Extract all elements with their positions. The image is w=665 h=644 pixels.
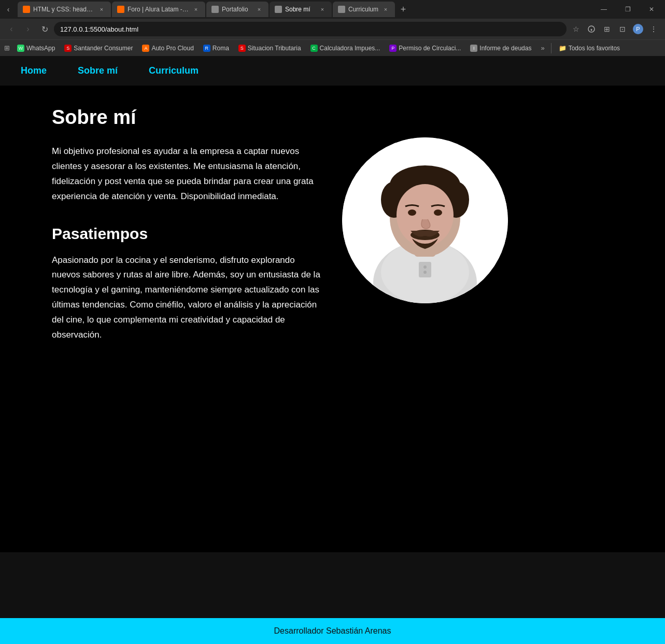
browser-chrome: ‹ HTML y CSS: header, foo... × Foro | Al… (0, 0, 665, 56)
tab-curriculum[interactable]: Curriculum × (333, 2, 395, 17)
refresh-button[interactable]: ↻ (37, 22, 52, 36)
tab-html-css[interactable]: HTML y CSS: header, foo... × (18, 2, 111, 17)
about-text: Mi objetivo profesional es ayudar a la e… (52, 144, 321, 204)
autopro-favicon: A (142, 45, 149, 52)
bookmark-situacion[interactable]: S Situacion Tributaria (234, 43, 305, 53)
tab-foro[interactable]: Foro | Alura Latam - Cur... × (112, 2, 205, 17)
content-left: Sobre mí Mi objetivo profesional es ayud… (52, 106, 321, 521)
bookmark-santander-label: Santander Consumer (74, 45, 133, 52)
bookmark-calculadora-label: Calculadora Impues... (320, 45, 380, 52)
address-bar: ‹ › ↻ ☆ ♦ ⊞ ⊡ P ⋮ (0, 19, 665, 39)
svg-text:♦: ♦ (590, 27, 592, 32)
tab-favicon-2 (117, 6, 124, 13)
tab-favicon-5 (338, 6, 345, 13)
new-tab-button[interactable]: + (396, 2, 411, 17)
tab-favicon-1 (23, 6, 30, 13)
folder-icon: 📁 (559, 45, 567, 52)
tab-close-3[interactable]: × (255, 5, 263, 13)
bookmarks-more-button[interactable]: » (537, 43, 547, 53)
tab-close-2[interactable]: × (192, 5, 200, 13)
close-button[interactable]: ✕ (640, 2, 663, 17)
tab-title-5: Curriculum (348, 6, 378, 13)
tab-close-1[interactable]: × (97, 5, 106, 13)
bookmark-informe[interactable]: I Informe de deudas (466, 43, 535, 53)
bookmark-whatsapp-label: WhatsApp (26, 45, 55, 52)
santander-favicon: S (64, 45, 72, 52)
situacion-favicon: S (238, 45, 246, 52)
tab-close-4[interactable]: × (318, 5, 327, 13)
tab-sobre-mi[interactable]: Sobre mí × (270, 2, 332, 17)
minimize-button[interactable]: — (592, 2, 615, 17)
bookmark-informe-label: Informe de deudas (479, 45, 531, 52)
nav-home-link[interactable]: Home (21, 65, 47, 76)
hobbies-title: Pasatiempos (52, 225, 321, 243)
bookmark-santander[interactable]: S Santander Consumer (60, 43, 137, 53)
nav-curriculum-link[interactable]: Curriculum (149, 65, 199, 76)
tab-title-1: HTML y CSS: header, foo... (33, 6, 94, 13)
address-input[interactable] (54, 22, 567, 36)
forward-button[interactable]: › (21, 22, 35, 36)
bookmark-star-button[interactable]: ☆ (569, 22, 583, 36)
informe-favicon: I (470, 45, 477, 52)
page-title: Sobre mí (52, 106, 321, 129)
window-controls: — ❐ ✕ (592, 2, 663, 17)
toolbar-icons: ☆ ♦ ⊞ ⊡ P ⋮ (569, 22, 661, 36)
bookmark-calculadora[interactable]: C Calculadora Impues... (306, 43, 385, 53)
whatsapp-favicon: W (17, 45, 24, 52)
svg-point-16 (423, 271, 427, 274)
menu-button[interactable]: ⋮ (646, 22, 661, 36)
bookmark-situacion-label: Situacion Tributaria (248, 45, 301, 52)
back-button[interactable]: ‹ (4, 22, 19, 36)
tab-title-2: Foro | Alura Latam - Cur... (128, 6, 189, 13)
svg-point-15 (423, 265, 427, 269)
permiso-favicon: P (389, 45, 397, 52)
tab-title-3: Portafolio (222, 6, 252, 13)
roma-favicon: R (203, 45, 210, 52)
nav-sobre-link[interactable]: Sobre mí (78, 65, 118, 76)
bookmarks-folder-label: Todos los favoritos (569, 45, 620, 52)
site-nav: Home Sobre mí Curriculum (0, 56, 665, 86)
extension-icon-2[interactable]: ⊞ (600, 22, 614, 36)
page-content: Home Sobre mí Curriculum Sobre mí Mi obj… (0, 56, 665, 618)
restore-button[interactable]: ❐ (616, 2, 639, 17)
tab-close-5[interactable]: × (381, 5, 390, 13)
profile-button[interactable]: P (631, 22, 645, 36)
svg-point-11 (408, 209, 416, 216)
bookmark-autopro[interactable]: A Auto Pro Cloud (138, 43, 197, 53)
tab-favicon-3 (211, 6, 219, 13)
tab-bar-left: ‹ (2, 3, 15, 16)
extension-icon-1[interactable]: ♦ (584, 22, 599, 36)
tab-title-4: Sobre mí (285, 6, 315, 13)
site-footer: Desarrollador Sebastián Arenas (0, 618, 665, 644)
svg-point-12 (434, 209, 442, 216)
profile-photo (342, 137, 508, 303)
bookmark-whatsapp[interactable]: W WhatsApp (13, 43, 59, 53)
footer-text: Desarrollador Sebastián Arenas (274, 626, 391, 636)
bookmark-permiso-label: Permiso de Circulaci... (399, 45, 461, 52)
hobbies-text: Apasionado por la cocina y el senderismo… (52, 253, 321, 343)
bookmark-autopro-label: Auto Pro Cloud (151, 45, 193, 52)
bookmark-roma-label: Roma (213, 45, 229, 52)
bookmark-permiso[interactable]: P Permiso de Circulaci... (385, 43, 465, 53)
tab-favicon-4 (275, 6, 282, 13)
tab-portafolio[interactable]: Portafolio × (206, 2, 268, 17)
calculadora-favicon: C (310, 45, 318, 52)
profile-svg (342, 137, 508, 303)
extension-icon-3[interactable]: ⊡ (615, 22, 630, 36)
bookmarks-separator (551, 43, 551, 53)
bookmarks-folder[interactable]: 📁 Todos los favoritos (555, 43, 624, 53)
apps-icon[interactable]: ⊞ (4, 44, 10, 52)
tab-bar: ‹ HTML y CSS: header, foo... × Foro | Al… (0, 0, 665, 19)
bookmark-roma[interactable]: R Roma (199, 43, 233, 53)
site-main: Sobre mí Mi objetivo profesional es ayud… (0, 86, 665, 552)
svg-rect-14 (419, 262, 431, 277)
bookmarks-bar: ⊞ W WhatsApp S Santander Consumer A Auto… (0, 39, 665, 56)
content-right (342, 106, 508, 521)
tab-scroll-left-btn[interactable]: ‹ (2, 3, 15, 16)
